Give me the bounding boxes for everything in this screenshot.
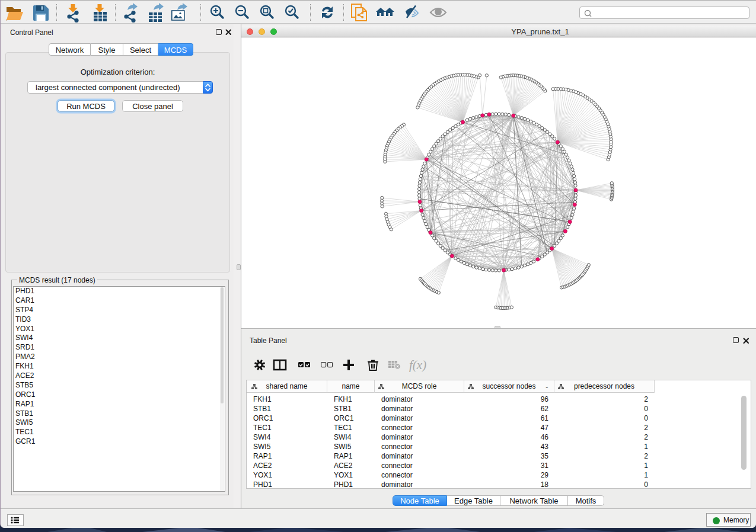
svg-text:f(x): f(x) xyxy=(409,358,426,372)
